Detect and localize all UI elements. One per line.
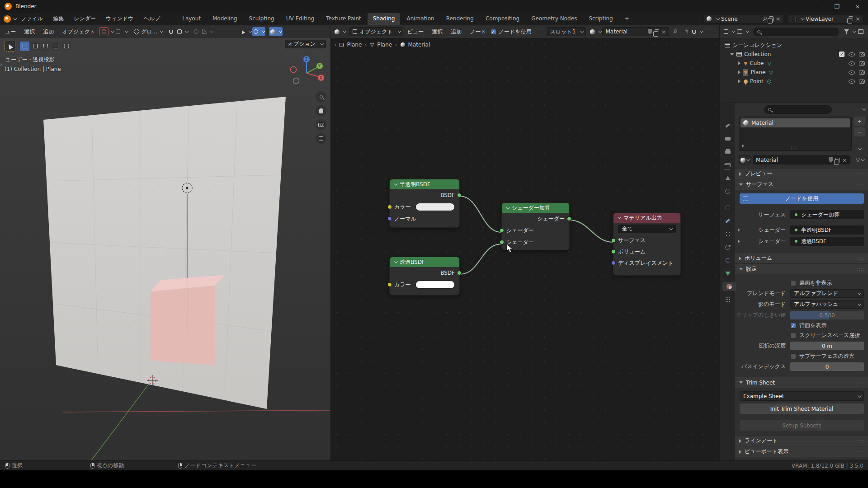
clip-threshold-slider[interactable]: 0.500 (790, 311, 864, 319)
render-target-dropdown[interactable]: 全て (618, 225, 676, 233)
properties-search-input[interactable] (764, 105, 832, 114)
select-extend-button[interactable] (30, 42, 40, 51)
perspective-toggle-icon[interactable] (316, 133, 326, 144)
viewport-menu-select[interactable]: 選択 (20, 28, 39, 36)
proportional-edit-icon[interactable] (192, 27, 201, 36)
tab-modifiers-icon[interactable] (722, 216, 733, 225)
disclosure-closed-icon[interactable] (738, 80, 741, 83)
pan-hand-icon[interactable] (316, 105, 326, 116)
list-resize-handle[interactable]: :::: (791, 145, 798, 150)
copy-icon[interactable] (849, 16, 853, 21)
3d-viewport[interactable]: Z Y X ユーザー・透視投影 (1) Collection | Plane (0, 38, 330, 460)
disclosure-open-icon[interactable] (730, 53, 734, 56)
tab-compositing[interactable]: Compositing (480, 13, 525, 25)
tab-scene-icon[interactable] (722, 174, 733, 183)
surface-shader-field[interactable]: シェーダー加算 (790, 210, 864, 219)
tweak-tool-button[interactable] (5, 41, 15, 52)
menu-window[interactable]: ウィンドウ (101, 13, 138, 25)
tab-object-icon[interactable] (722, 203, 733, 212)
select-intersect-button[interactable] (61, 42, 71, 51)
collapse-icon[interactable] (506, 205, 509, 209)
tab-output-icon[interactable] (722, 147, 733, 156)
panel-settings[interactable]: 設定 :::: (735, 263, 868, 274)
use-nodes-checkbox[interactable]: ✓ (491, 29, 496, 35)
shader1-field[interactable]: 半透明BSDF (790, 225, 864, 235)
show-gizmo-icon[interactable] (239, 27, 252, 36)
zoom-icon[interactable] (316, 91, 326, 102)
select-subtract-button[interactable] (41, 42, 50, 51)
add-slot-button[interactable]: ＋ (854, 117, 865, 126)
properties-options-icon[interactable] (862, 107, 866, 110)
visibility-eye-icon[interactable] (849, 61, 855, 66)
panel-trim-sheet[interactable]: Trim Sheet :::: (735, 377, 868, 388)
snap-target-icon[interactable] (176, 27, 189, 36)
shader2-field[interactable]: 透過BSDF (790, 237, 864, 246)
blend-mode-dropdown[interactable]: アルファブレンド (790, 289, 864, 298)
render-visibility-icon[interactable] (859, 70, 865, 75)
material-name-field[interactable]: Material × (602, 27, 669, 36)
init-trim-sheet-button[interactable]: Init Trim Sheet Material (740, 404, 864, 414)
input-socket-color[interactable] (387, 205, 392, 209)
toolbar-expand-arrow[interactable]: › (0, 61, 2, 68)
node-menu-node[interactable]: ノード (466, 28, 491, 36)
maximize-button[interactable]: ❐ (826, 0, 847, 13)
node-header[interactable]: 透過BSDF (390, 257, 459, 267)
outliner-row-scene-collection[interactable]: シーンコレクション (720, 41, 868, 50)
setup-subsets-button[interactable]: Setup Subsets (740, 420, 864, 431)
collapse-icon[interactable] (618, 215, 621, 219)
tab-sculpting[interactable]: Sculpting (244, 13, 280, 25)
collapse-icon[interactable] (394, 259, 397, 263)
close-button[interactable]: × (847, 0, 868, 13)
remove-icon[interactable]: × (855, 16, 860, 22)
menu-edit[interactable]: 編集 (48, 13, 69, 25)
viewlayer-selector[interactable]: ViewLayer × (788, 14, 863, 23)
pin-icon[interactable] (673, 29, 677, 34)
input-socket-normal[interactable] (387, 216, 392, 221)
tab-constraints-icon[interactable] (722, 256, 733, 265)
material-browse-icon[interactable] (589, 27, 602, 36)
use-nodes-button[interactable]: ノードを使用 (740, 193, 864, 204)
disclosure-closed-icon[interactable] (738, 70, 741, 74)
copy-icon[interactable] (835, 158, 840, 163)
input-socket-displacement[interactable] (611, 261, 616, 265)
row-expand-icon[interactable] (738, 228, 740, 232)
menu-help[interactable]: ヘルプ (138, 13, 165, 25)
minimize-button[interactable]: – (806, 0, 826, 13)
node-menu-view[interactable]: ビュー (403, 28, 428, 36)
display-mode-icon[interactable] (722, 27, 736, 36)
node-menu-add[interactable]: 追加 (447, 28, 466, 36)
active-tool-icon[interactable] (99, 27, 108, 36)
node-header[interactable]: 半透明BSDF (390, 179, 459, 189)
tab-animation[interactable]: Animation (401, 13, 439, 25)
menu-file[interactable]: ファイル (16, 13, 48, 25)
transform-orientation-icon[interactable] (132, 27, 141, 36)
orientation-gizmo[interactable]: Z Y X (291, 56, 325, 84)
scene-selector[interactable]: Scene × (703, 14, 784, 23)
row-expand-icon[interactable] (738, 239, 740, 243)
mesh-link-icon[interactable]: ▽ (855, 155, 865, 164)
copy-icon[interactable] (655, 29, 659, 34)
collapse-icon[interactable] (394, 182, 397, 185)
tab-rendering[interactable]: Rendering (441, 13, 479, 25)
shader-type-dropdown[interactable]: オブジェクト (349, 27, 403, 36)
tab-texture-paint[interactable]: Texture Paint (321, 13, 366, 25)
unlink-icon[interactable]: × (842, 157, 847, 163)
select-box-button[interactable] (20, 42, 29, 51)
disclosure-closed-icon[interactable] (738, 61, 741, 65)
outliner-search-input[interactable] (753, 28, 839, 36)
unlink-icon[interactable]: × (661, 29, 666, 35)
unlink-icon[interactable]: × (776, 16, 781, 22)
snapping-icon[interactable] (691, 27, 703, 36)
parent-node-tree-icon[interactable]: ↰ (682, 27, 691, 36)
orientation-dropdown[interactable]: グロ... (141, 28, 157, 36)
pass-index-field[interactable]: 0 (790, 362, 864, 371)
falloff-icon[interactable] (201, 27, 214, 36)
material-datablock-field[interactable]: Material × (753, 155, 850, 164)
tab-material-icon[interactable] (722, 282, 736, 291)
node-add-shader[interactable]: シェーダー加算 シェーダー シェーダー シェーダー (501, 202, 570, 250)
panel-volume[interactable]: ボリューム :::: (735, 253, 868, 263)
input-socket-shader2[interactable] (500, 240, 504, 244)
render-visibility-icon[interactable] (859, 80, 865, 84)
fake-user-icon[interactable] (829, 157, 833, 163)
add-workspace-button[interactable]: + (619, 13, 635, 25)
